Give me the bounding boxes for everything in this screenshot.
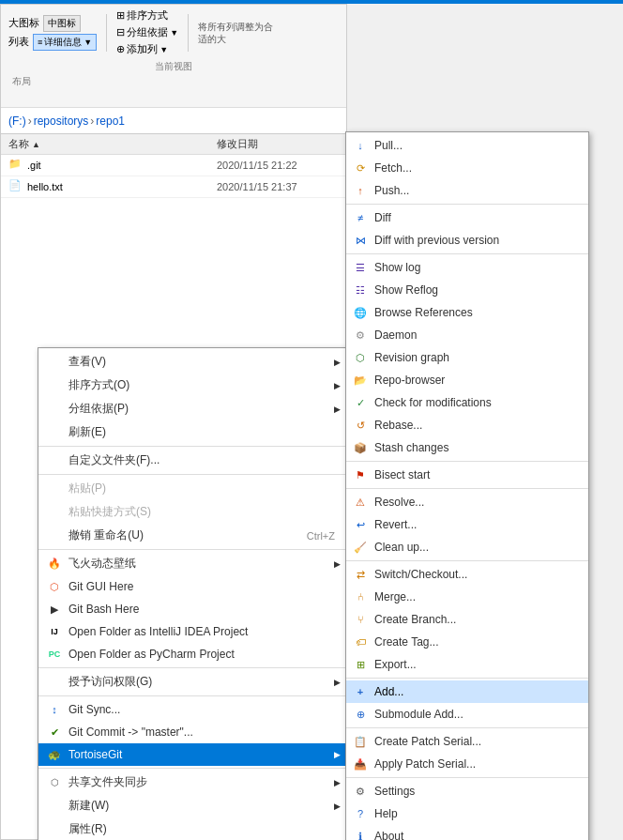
ctx-help-label: Help [374,807,398,820]
sep-f [38,768,346,769]
view-large-icon: 大图标 [8,16,39,30]
ctx-stash[interactable]: 📦 Stash changes [346,436,588,459]
customize-icon [46,453,63,468]
tortoisegit-icon: 🐢 [46,747,63,762]
ctx-gitcommit[interactable]: ✔ Git Commit -> "master"... [38,721,346,743]
ctx-wallpaper[interactable]: 🔥 飞火动态壁纸 [38,552,346,575]
ctx-about[interactable]: ℹ About [346,825,588,840]
sort-by-btn[interactable]: ⊞ 排序方式 [116,8,178,23]
ctx-revision-graph-label: Revision graph [374,351,449,364]
ctx-paste-shortcut[interactable]: 粘贴快捷方式(S) [38,500,346,524]
ctx-git-gui-label: Git GUI Here [68,580,133,593]
layout-label: 布局 [8,75,339,88]
ctx-switch-label: Switch/Checkout... [374,568,467,581]
ctx-pull[interactable]: ↓ Pull... [346,134,588,157]
create-patch-icon: 📋 [352,734,369,749]
ctx-tag-label: Create Tag... [374,635,438,649]
view-list: 列表 [8,35,29,49]
ctx-intellij[interactable]: IJ Open Folder as IntelliJ IDEA Project [38,620,346,643]
col-header-date[interactable]: 修改日期 [217,137,339,151]
ctx-add[interactable]: + Add... [346,680,588,703]
ctx-git-bash[interactable]: ▶ Git Bash Here [38,598,346,620]
ctx-undo-shortcut: Ctrl+Z [307,530,335,542]
ctx-daemon[interactable]: ⚙ Daemon [346,324,588,346]
view-detail[interactable]: ≡ 详细信息 ▼ [33,34,97,51]
addr-part-1[interactable]: (F:) [8,115,26,128]
ctx-sep-3 [346,461,588,462]
help-icon: ? [352,806,369,821]
ctx-create-patch[interactable]: 📋 Create Patch Serial... [346,730,588,753]
ctx-settings[interactable]: ⚙ Settings [346,780,588,802]
ctx-tortoisegit[interactable]: 🐢 TortoiseGit [38,743,346,766]
ctx-resolve[interactable]: ⚠ Resolve... [346,491,588,513]
ctx-show-log[interactable]: ☰ Show log [346,256,588,279]
ctx-daemon-label: Daemon [374,328,417,342]
ctx-switch[interactable]: ⇄ Switch/Checkout... [346,563,588,586]
sort-by-label: 排序方式 [127,8,168,23]
ctx-check-mods[interactable]: ✓ Check for modifications [346,391,588,414]
ctx-diff[interactable]: ≠ Diff [346,206,588,229]
ctx-group[interactable]: 分组依据(P) [38,397,346,420]
ctx-repo-browser[interactable]: 📂 Repo-browser [346,369,588,391]
ctx-cleanup[interactable]: 🧹 Clean up... [346,536,588,558]
ctx-gitsync[interactable]: ↕ Git Sync... [38,698,346,721]
ctx-merge[interactable]: ⑃ Merge... [346,586,588,608]
ctx-help[interactable]: ? Help [346,802,588,825]
merge-icon: ⑃ [352,589,369,604]
ctx-push-label: Push... [374,184,409,197]
ctx-properties[interactable]: 属性(R) [38,817,346,840]
ctx-repo-browser-label: Repo-browser [374,374,445,387]
ctx-fetch[interactable]: ⟳ Fetch... [346,157,588,179]
ctx-tag[interactable]: 🏷 Create Tag... [346,631,588,653]
ctx-branch[interactable]: ⑂ Create Branch... [346,608,588,631]
ctx-revision-graph[interactable]: ⬡ Revision graph [346,346,588,369]
col-header-name[interactable]: 名称 ▲ [8,137,217,151]
ctx-customize[interactable]: 自定义文件夹(F)... [38,449,346,472]
group-by-label: 分组依据 [127,25,168,39]
ctx-sep-7 [346,727,588,728]
ctx-submodule-label: Submodule Add... [374,708,463,721]
ctx-export[interactable]: ⊞ Export... [346,653,588,676]
view-medium-icon[interactable]: 中图标 [43,15,81,32]
ctx-revert[interactable]: ↩ Revert... [346,513,588,536]
ctx-pull-label: Pull... [374,139,403,152]
ctx-access-label: 授予访问权限(G) [68,674,152,690]
ctx-bisect[interactable]: ⚑ Bisect start [346,464,588,486]
ctx-diff-prev[interactable]: ⋈ Diff with previous version [346,229,588,252]
addr-part-3[interactable]: repo1 [96,115,125,128]
sep-e [38,695,346,696]
ctx-rebase[interactable]: ↺ Rebase... [346,414,588,436]
ctx-gitsync-label: Git Sync... [68,703,120,716]
ctx-show-reflog[interactable]: ☷ Show Reflog [346,279,588,301]
ctx-browse-refs[interactable]: 🌐 Browse References [346,301,588,324]
group-icon: ⊟ [116,26,125,38]
ctx-apply-patch-label: Apply Patch Serial... [374,757,476,771]
git-bash-icon: ▶ [46,602,63,617]
ctx-branch-label: Create Branch... [374,613,456,626]
ctx-new[interactable]: 新建(W) [38,794,346,817]
file-item-git[interactable]: 📁 .git 2020/11/15 21:22 [1,155,346,176]
properties-icon [46,822,63,837]
wallpaper-icon: 🔥 [46,557,63,572]
ctx-paste[interactable]: 粘贴(P) [38,477,346,500]
ctx-undo[interactable]: 撤销 重命名(U) Ctrl+Z [38,524,346,547]
ctx-push[interactable]: ↑ Push... [346,179,588,202]
addr-part-2[interactable]: repositorys [34,115,89,128]
gitcommit-icon: ✔ [46,725,63,740]
ctx-sharedsync-label: 共享文件夹同步 [68,774,147,790]
file-item-hello[interactable]: 📄 hello.txt 2020/11/15 21:37 [1,176,346,198]
ctx-view[interactable]: 查看(V) [38,350,346,374]
ctx-sharedsync[interactable]: ⬡ 共享文件夹同步 [38,771,346,794]
ctx-git-bash-label: Git Bash Here [68,603,139,616]
group-by-btn[interactable]: ⊟ 分组依据 ▼ [116,25,178,39]
ctx-sort[interactable]: 排序方式(O) [38,374,346,397]
ctx-about-label: About [374,830,403,840]
ctx-pycharm[interactable]: PC Open Folder as PyCharm Project [38,643,346,665]
ctx-apply-patch[interactable]: 📥 Apply Patch Serial... [346,753,588,775]
ctx-refresh[interactable]: 刷新(E) [38,420,346,444]
add-column-btn[interactable]: ⊕ 添加列 ▼ [116,42,178,56]
ctx-submodule[interactable]: ⊕ Submodule Add... [346,703,588,725]
ctx-git-gui[interactable]: ⬡ Git GUI Here [38,575,346,598]
ctx-access[interactable]: 授予访问权限(G) [38,670,346,694]
graph-icon: ⬡ [352,350,369,365]
